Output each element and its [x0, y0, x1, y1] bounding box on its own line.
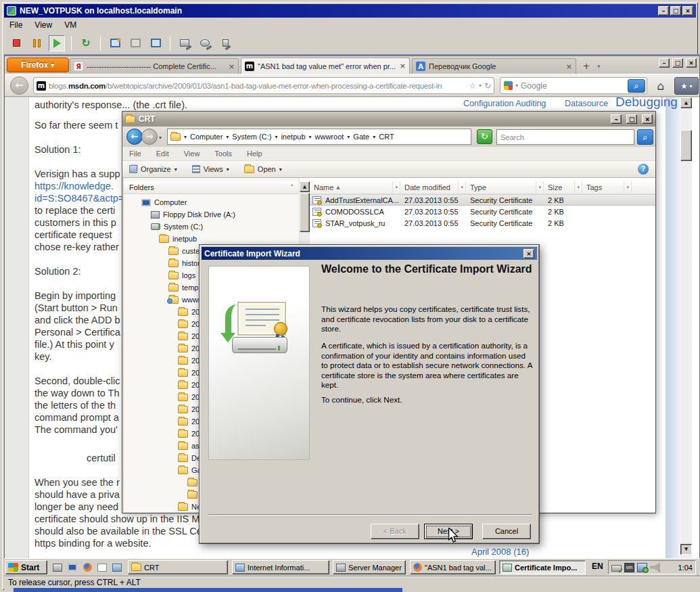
- column-filter-icon[interactable]: ▾: [624, 181, 631, 193]
- quicklaunch-server-icon[interactable]: [51, 562, 64, 573]
- explorer-menu-tools[interactable]: Tools: [214, 150, 232, 158]
- tab-asn1-error[interactable]: m "ASN1 bad tag value met" error when pr…: [241, 58, 410, 74]
- scroll-up-icon[interactable]: ▲: [300, 181, 310, 192]
- usb-settings-button[interactable]: [217, 35, 233, 51]
- power-off-button[interactable]: [8, 35, 24, 51]
- column-filter-icon[interactable]: ▾: [458, 181, 465, 193]
- link-datasource[interactable]: Datasource: [565, 99, 608, 108]
- explorer-close-button[interactable]: ×: [642, 114, 653, 124]
- breadcrumb-system-c[interactable]: System (C:): [232, 133, 271, 141]
- column-filter-icon[interactable]: ▾: [574, 181, 582, 193]
- edit-settings-button[interactable]: [177, 35, 193, 51]
- vm-menu-view[interactable]: View: [34, 20, 52, 30]
- tab-complete-certificate[interactable]: Я -------------------------- Complete Ce…: [70, 58, 239, 74]
- vm-close-button[interactable]: ×: [682, 6, 693, 16]
- breadcrumb[interactable]: ▾ Computer ▾ System (C:) ▾ inetpub ▾ www…: [167, 129, 471, 145]
- explorer-minimize-button[interactable]: –: [611, 114, 622, 124]
- language-indicator[interactable]: EN: [592, 562, 603, 571]
- tab-google-translate[interactable]: A Переводчик Google ×: [412, 58, 576, 74]
- network-icon[interactable]: [637, 563, 647, 572]
- explorer-menu-help[interactable]: Help: [247, 150, 262, 158]
- explorer-maximize-button[interactable]: □: [626, 114, 637, 124]
- file-row-addtrust[interactable]: AddTrustExternalCA... 27.03.2013 0:55 Se…: [310, 194, 655, 206]
- power-on-button[interactable]: [49, 35, 65, 51]
- explorer-menu-file[interactable]: File: [129, 150, 141, 158]
- tree-item-inetpub[interactable]: inetpub: [124, 233, 299, 245]
- home-button[interactable]: ⌂: [651, 77, 670, 95]
- cd-settings-button[interactable]: [197, 35, 213, 51]
- tab-close-icon[interactable]: ×: [400, 62, 406, 70]
- taskbar-button-server-manager[interactable]: Server Manager: [333, 560, 406, 574]
- firefox-minimize-button[interactable]: –: [659, 58, 670, 68]
- reset-button[interactable]: ↻: [78, 35, 94, 51]
- snapshot-manager-button[interactable]: [147, 35, 164, 51]
- new-tab-button[interactable]: +: [580, 60, 593, 72]
- vm-maximize-button[interactable]: □: [670, 6, 681, 16]
- scroll-down-icon[interactable]: ▲: [680, 544, 692, 555]
- breadcrumb-gate[interactable]: Gate: [353, 133, 369, 141]
- wizard-close-button[interactable]: ×: [523, 249, 534, 258]
- revert-snapshot-button[interactable]: [127, 35, 143, 51]
- reload-icon[interactable]: ↻: [484, 81, 491, 91]
- history-dropdown-icon[interactable]: ▾: [159, 135, 162, 141]
- scroll-up-icon[interactable]: ▲: [680, 97, 692, 108]
- explorer-search-input[interactable]: Search: [496, 129, 634, 145]
- explorer-search-button[interactable]: ⌕: [637, 129, 653, 145]
- column-type[interactable]: Type▾: [466, 181, 544, 193]
- views-button[interactable]: Views▾: [192, 165, 229, 173]
- folders-header[interactable]: Folders ˅: [124, 181, 299, 194]
- column-filter-icon[interactable]: ▾: [536, 181, 543, 193]
- back-button[interactable]: < Back: [371, 524, 419, 539]
- firefox-app-button[interactable]: Firefox ▾: [7, 58, 69, 72]
- back-button[interactable]: ←: [10, 76, 28, 95]
- column-size[interactable]: Size▾: [544, 181, 582, 193]
- list-all-tabs-icon[interactable]: ▾: [597, 63, 601, 70]
- column-date-modified[interactable]: Date modified▾: [400, 181, 466, 193]
- quicklaunch-notepad-icon[interactable]: [96, 562, 108, 573]
- explorer-forward-button[interactable]: →: [141, 129, 158, 145]
- tree-item-system-c[interactable]: System (C:): [124, 221, 299, 233]
- muted-speaker-icon[interactable]: [650, 563, 660, 572]
- search-go-button[interactable]: ⌕: [628, 79, 645, 93]
- tab-close-icon[interactable]: ×: [566, 62, 572, 71]
- breadcrumb-wwwroot[interactable]: wwwroot: [315, 133, 344, 141]
- search-bar[interactable]: ▾ Google ⌕: [500, 77, 647, 94]
- link-april-2008[interactable]: April 2008 (16): [471, 547, 529, 557]
- take-snapshot-button[interactable]: ★: [107, 35, 123, 51]
- bookmark-star-icon[interactable]: ☆: [469, 81, 476, 91]
- quicklaunch-firefox-icon[interactable]: [81, 562, 93, 573]
- breadcrumb-inetpub[interactable]: inetpub: [281, 133, 305, 141]
- refresh-button[interactable]: ↻: [477, 129, 492, 144]
- column-filter-icon[interactable]: ▾: [392, 181, 400, 193]
- firefox-close-button[interactable]: ×: [686, 58, 697, 68]
- explorer-back-button[interactable]: ←: [126, 129, 143, 145]
- column-name[interactable]: Name▲▾: [310, 181, 400, 193]
- file-row-star-votpusk[interactable]: STAR_votpusk_ru 27.03.2013 0:55 Security…: [310, 217, 655, 229]
- explorer-menu-edit[interactable]: Edit: [156, 150, 169, 158]
- cancel-button[interactable]: Cancel: [482, 524, 531, 539]
- quicklaunch-iis-icon[interactable]: [111, 562, 123, 573]
- quicklaunch-desktop-icon[interactable]: [66, 562, 78, 573]
- scrollbar-thumb[interactable]: [680, 130, 692, 161]
- breadcrumb-crt[interactable]: CRT: [379, 133, 394, 141]
- taskbar-button-crt[interactable]: CRT: [128, 560, 228, 574]
- suspend-button[interactable]: [28, 35, 45, 51]
- bookmarks-button[interactable]: ★▾: [674, 77, 699, 95]
- collapse-pane-icon[interactable]: ˅: [290, 184, 294, 191]
- column-tags[interactable]: Tags▾: [582, 181, 632, 193]
- scrollbar-thumb[interactable]: [300, 193, 310, 232]
- open-button[interactable]: Open▾: [244, 165, 282, 173]
- tab-close-icon[interactable]: ×: [229, 62, 235, 71]
- file-row-comodosslca[interactable]: COMODOSSLCA 27.03.2013 0:55 Security Cer…: [310, 206, 655, 217]
- firefox-restore-button[interactable]: □: [672, 58, 683, 68]
- vm-minimize-button[interactable]: –: [658, 6, 669, 16]
- tree-item-computer[interactable]: Computer: [124, 196, 299, 208]
- vm-menu-file[interactable]: File: [9, 20, 22, 30]
- url-dropdown-icon[interactable]: ▾: [479, 83, 482, 89]
- vm-menu-vm[interactable]: VM: [64, 20, 76, 30]
- help-icon[interactable]: ?: [638, 164, 649, 175]
- search-engine-dropdown-icon[interactable]: ▾: [515, 83, 518, 89]
- breadcrumb-computer[interactable]: Computer: [190, 133, 223, 141]
- taskbar-button-firefox[interactable]: "ASN1 bad tag val...: [410, 560, 496, 574]
- link-configuration-auditing[interactable]: Configuration Auditing: [463, 99, 546, 108]
